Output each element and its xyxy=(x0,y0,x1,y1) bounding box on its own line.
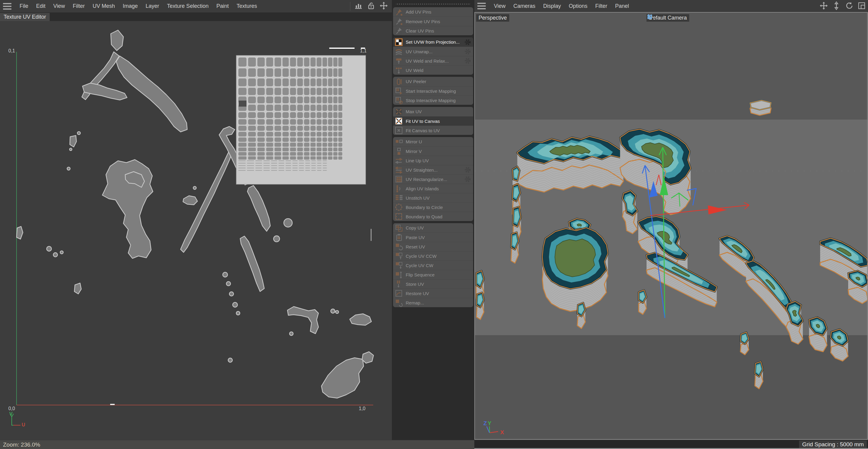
viewport-menu-panel[interactable]: Panel xyxy=(611,0,633,12)
command-unstitch-uv[interactable]: Unstitch UV xyxy=(393,193,473,202)
command-mirror-v[interactable]: Mirror V xyxy=(393,146,473,156)
command-flip-sequence[interactable]: Flip Sequence xyxy=(393,270,473,279)
command-copy-uv[interactable]: Copy UV xyxy=(393,223,473,233)
uv-island[interactable] xyxy=(236,311,240,315)
uv-menu-edit[interactable]: Edit xyxy=(32,0,49,12)
unlock-icon[interactable] xyxy=(367,1,376,10)
viewport-menu-view[interactable]: View xyxy=(490,0,509,12)
command-cycle-uv-ccw[interactable]: Cycle UV CCW xyxy=(393,251,473,261)
histogram-icon[interactable] xyxy=(354,1,363,10)
uv-menu-view[interactable]: View xyxy=(49,0,69,12)
options-gear-icon[interactable] xyxy=(464,166,472,174)
options-gear-icon[interactable] xyxy=(464,175,472,183)
uv-island[interactable] xyxy=(336,310,339,313)
uv-island[interactable] xyxy=(67,167,70,170)
terrain-island[interactable] xyxy=(750,100,771,115)
menu-hamburger-icon[interactable] xyxy=(3,3,11,10)
command-reset-uv[interactable]: Reset UV xyxy=(393,242,473,251)
command-uv-weld-and-relax[interactable]: UV Weld and Relax... xyxy=(393,56,473,65)
terrain-island[interactable] xyxy=(511,232,519,263)
uv-island[interactable] xyxy=(223,272,227,277)
uv-island[interactable] xyxy=(53,253,58,257)
maximize-icon[interactable] xyxy=(857,1,866,10)
command-uv-peeler[interactable]: UV Peeler xyxy=(393,77,473,86)
uv-menu-texture-selection[interactable]: Texture Selection xyxy=(163,0,213,12)
uv-island[interactable] xyxy=(284,219,292,227)
command-mirror-u[interactable]: Mirror U xyxy=(393,137,473,146)
uv-island[interactable] xyxy=(274,236,280,242)
command-max-uv[interactable]: Max UV xyxy=(393,107,473,116)
dolly-icon[interactable] xyxy=(832,1,841,10)
command-cycle-uv-cw[interactable]: Cycle UV CW xyxy=(393,261,473,270)
uv-menu-uv-mesh[interactable]: UV Mesh xyxy=(89,0,119,12)
uv-island[interactable] xyxy=(331,309,335,313)
uv-island[interactable] xyxy=(70,136,76,147)
uv-menu-layer[interactable]: Layer xyxy=(142,0,163,12)
terrain-island[interactable] xyxy=(831,329,848,361)
command-uv-weld[interactable]: UV Weld xyxy=(393,65,473,75)
uv-island[interactable] xyxy=(83,83,127,100)
command-align-uv-islands[interactable]: Align UV Islands xyxy=(393,184,473,193)
uv-island[interactable] xyxy=(240,236,264,292)
command-uv-rectangularize[interactable]: UV Rectangularize... xyxy=(393,174,473,184)
command-set-uvw-from-projection[interactable]: Set UVW from Projection... xyxy=(393,37,473,47)
viewport-view-label[interactable]: Perspective xyxy=(476,14,509,22)
uv-menu-filter[interactable]: Filter xyxy=(69,0,89,12)
viewport-menu-hamburger-icon[interactable] xyxy=(477,3,486,9)
uv-island[interactable] xyxy=(289,332,293,335)
uv-island[interactable] xyxy=(228,358,232,362)
uv-menu-textures[interactable]: Textures xyxy=(232,0,261,12)
uv-island[interactable] xyxy=(247,185,270,231)
uv-menu-paint[interactable]: Paint xyxy=(213,0,232,12)
viewport-camera-label[interactable]: Default Camera xyxy=(647,14,689,22)
uv-island[interactable] xyxy=(60,251,63,254)
uv-island[interactable] xyxy=(183,196,197,205)
uv-menu-file[interactable]: File xyxy=(16,0,32,12)
command-fit-uv-to-canvas[interactable]: Fit UV to Canvas xyxy=(393,116,473,126)
perspective-viewport[interactable]: ZYX Perspective Default Camera xyxy=(474,12,868,440)
uv-island[interactable] xyxy=(193,186,196,189)
command-line-up-uv[interactable]: Line Up UV xyxy=(393,156,473,165)
uv-island[interactable] xyxy=(321,358,364,398)
command-boundary-to-circle[interactable]: Boundary to Circle xyxy=(393,202,473,212)
viewport-menu-cameras[interactable]: Cameras xyxy=(509,0,539,12)
command-add-uv-pins[interactable]: Add UV Pins xyxy=(393,7,473,17)
uv-island[interactable] xyxy=(226,281,230,286)
uv-island[interactable] xyxy=(287,306,318,334)
command-clear-uv-pins[interactable]: Clear UV Pins xyxy=(393,26,473,35)
uv-island[interactable] xyxy=(46,246,52,251)
command-stop-interactive-mapping[interactable]: Stop Interactive Mapping xyxy=(393,95,473,105)
terrain-island[interactable] xyxy=(517,137,624,192)
command-boundary-to-quad[interactable]: Boundary to Quad xyxy=(393,212,473,221)
options-gear-icon[interactable] xyxy=(464,38,472,46)
command-uv-unwrap[interactable]: UV Unwrap... xyxy=(393,47,473,56)
command-uv-straighten[interactable]: UV Straighten... xyxy=(393,165,473,174)
uv-island[interactable] xyxy=(78,131,80,134)
pan-icon[interactable] xyxy=(379,1,388,10)
uv-island[interactable] xyxy=(229,292,234,296)
command-fit-canvas-to-uv[interactable]: Fit Canvas to UV xyxy=(393,126,473,135)
rotate-icon[interactable] xyxy=(844,1,854,10)
terrain-island[interactable] xyxy=(740,332,749,355)
uv-island[interactable] xyxy=(111,30,123,51)
palette-drag-handle[interactable] xyxy=(396,3,471,5)
pan-icon[interactable] xyxy=(819,1,828,10)
command-remove-uv-pins[interactable]: Remove UV Pins xyxy=(393,17,473,26)
uv-island[interactable] xyxy=(362,352,373,363)
viewport-menu-filter[interactable]: Filter xyxy=(591,0,611,12)
uv-island[interactable] xyxy=(350,314,371,325)
viewport-menu-options[interactable]: Options xyxy=(565,0,591,12)
command-start-interactive-mapping[interactable]: Start Interactive Mapping xyxy=(393,86,473,95)
terrain-island[interactable] xyxy=(577,303,585,329)
command-store-uv[interactable]: Store UV xyxy=(393,279,473,289)
options-gear-icon[interactable] xyxy=(464,48,472,55)
command-remap[interactable]: Remap... xyxy=(393,298,473,307)
terrain-island[interactable] xyxy=(639,290,647,315)
command-paste-uv[interactable]: Paste UV xyxy=(393,233,473,242)
uv-island[interactable] xyxy=(74,283,81,294)
uv-menu-image[interactable]: Image xyxy=(119,0,142,12)
command-restore-uv[interactable]: Restore UV xyxy=(393,289,473,298)
uv-island[interactable] xyxy=(116,56,187,132)
terrain-island[interactable] xyxy=(542,228,608,311)
options-gear-icon[interactable] xyxy=(464,57,472,65)
